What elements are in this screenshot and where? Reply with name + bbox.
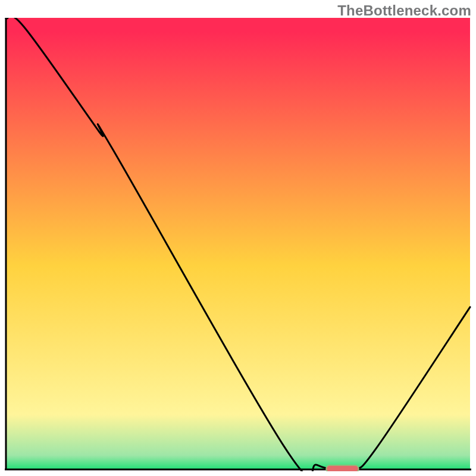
plot-area [5,18,471,471]
watermark-text: TheBottleneck.com [337,2,471,19]
gradient-background [6,18,470,469]
chart-stage: TheBottleneck.com [0,0,476,476]
minimum-marker [326,465,359,471]
bottleneck-chart [5,18,471,471]
